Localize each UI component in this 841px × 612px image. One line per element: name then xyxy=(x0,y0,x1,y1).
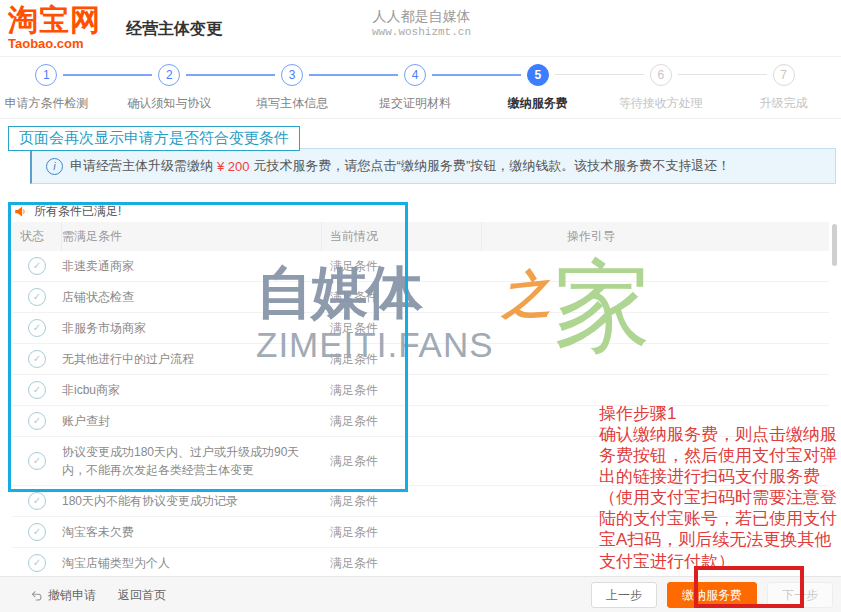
col-header-condition: 需满足条件 xyxy=(62,222,322,251)
table-row: ✓ 店铺状态检查 满足条件 xyxy=(12,282,829,313)
notice-suffix: 元技术服务费，请您点击“缴纳服务费”按钮，缴纳钱款。该技术服务费不支持退还！ xyxy=(254,157,731,175)
step-label: 等待接收方处理 xyxy=(599,95,722,112)
status-cell: 满足条件 xyxy=(322,382,482,399)
col-header-current: 当前情况 xyxy=(322,222,482,251)
check-circle-icon: ✓ xyxy=(28,492,46,510)
step-label: 升级完成 xyxy=(722,95,841,112)
header: 淘宝网 Taobao.com 经营主体变更 人人都是自媒体 www.woshiz… xyxy=(0,0,841,57)
conditions-summary-text: 所有条件已满足! xyxy=(34,203,121,220)
condition-cell: 非服务市场商家 xyxy=(62,319,322,337)
divider xyxy=(0,118,841,119)
step-2: 2 确认须知与协议 xyxy=(108,64,231,112)
step-4: 4 提交证明材料 xyxy=(354,64,477,112)
check-circle-icon: ✓ xyxy=(28,288,46,306)
table-row: ✓ 非icbu商家 满足条件 xyxy=(12,375,829,406)
undo-arrow-icon xyxy=(30,589,43,602)
megaphone-icon xyxy=(14,205,27,218)
back-home-link[interactable]: 返回首页 xyxy=(118,587,166,604)
condition-cell: 无其他进行中的过户流程 xyxy=(62,350,322,368)
prev-step-button[interactable]: 上一步 xyxy=(591,582,657,608)
table-header-row: 状态 需满足条件 当前情况 操作引导 xyxy=(12,222,829,251)
tutorial-callout: 页面会再次显示申请方是否符合变更条件 xyxy=(8,126,300,151)
notice-prefix: 申请经营主体升级需缴纳 xyxy=(70,157,213,175)
check-circle-icon: ✓ xyxy=(28,452,46,470)
status-cell: 满足条件 xyxy=(322,453,482,470)
status-cell: 满足条件 xyxy=(322,289,482,306)
step-number: 4 xyxy=(404,64,426,86)
condition-cell: 账户查封 xyxy=(62,412,322,430)
step-number: 6 xyxy=(650,64,672,86)
status-cell: 满足条件 xyxy=(322,258,482,275)
tutorial-step-annotation: 操作步骤1 确认缴纳服务费，则点击缴纳服务费按钮，然后使用支付宝对弹出的链接进行… xyxy=(599,403,841,572)
condition-cell: 180天内不能有协议变更成功记录 xyxy=(62,492,322,510)
check-circle-icon: ✓ xyxy=(28,381,46,399)
check-circle-icon: ✓ xyxy=(28,554,46,572)
scrollbar-thumb[interactable] xyxy=(832,224,837,266)
pay-service-fee-button[interactable]: 缴纳服务费 xyxy=(667,582,757,608)
next-step-button[interactable]: 下一步 xyxy=(767,582,833,608)
status-cell: 满足条件 xyxy=(322,413,482,430)
step-1: 1 申请方条件检测 xyxy=(0,64,108,112)
taobao-logo-cn: 淘宝网 xyxy=(8,5,101,35)
footer-bar: 撤销申请 返回首页 上一步 缴纳服务费 下一步 xyxy=(0,576,841,612)
page-title: 经营主体变更 xyxy=(126,19,222,40)
withdraw-application-link[interactable]: 撤销申请 xyxy=(30,587,96,604)
status-cell: 满足条件 xyxy=(322,555,482,572)
step-label: 缴纳服务费 xyxy=(476,95,599,112)
status-cell: 满足条件 xyxy=(322,320,482,337)
col-header-guide: 操作引导 xyxy=(482,222,829,251)
status-cell: 满足条件 xyxy=(322,493,482,510)
condition-cell: 淘宝客未欠费 xyxy=(62,523,322,541)
step-number: 7 xyxy=(773,64,795,86)
fee-notice-banner: i 申请经营主体升级需缴纳 ¥ 200 元技术服务费，请您点击“缴纳服务费”按钮… xyxy=(30,148,836,184)
check-circle-icon: ✓ xyxy=(28,350,46,368)
condition-cell: 店铺状态检查 xyxy=(62,288,322,306)
table-row: ✓ 非速卖通商家 满足条件 xyxy=(12,251,829,282)
step-6: 6 等待接收方处理 xyxy=(599,64,722,112)
check-circle-icon: ✓ xyxy=(28,319,46,337)
info-icon: i xyxy=(46,158,63,175)
step-number: 3 xyxy=(281,64,303,86)
condition-cell: 淘宝店铺类型为个人 xyxy=(62,554,322,572)
table-row: ✓ 无其他进行中的过户流程 满足条件 xyxy=(12,344,829,375)
slogan-url: www.woshizmt.cn xyxy=(372,26,471,38)
conditions-summary: 所有条件已满足! xyxy=(12,200,829,222)
check-circle-icon: ✓ xyxy=(28,412,46,430)
step-number: 2 xyxy=(158,64,180,86)
step-7: 7 升级完成 xyxy=(722,64,841,112)
check-circle-icon: ✓ xyxy=(28,257,46,275)
col-header-status: 状态 xyxy=(12,222,62,251)
condition-cell: 非icbu商家 xyxy=(62,381,322,399)
withdraw-label: 撤销申请 xyxy=(48,587,96,604)
step-label: 提交证明材料 xyxy=(354,95,477,112)
condition-cell: 非速卖通商家 xyxy=(62,257,322,275)
back-home-label: 返回首页 xyxy=(118,587,166,604)
step-label: 确认须知与协议 xyxy=(108,95,231,112)
step-5: 5 缴纳服务费 xyxy=(476,64,599,112)
steps-bar: 1 申请方条件检测 2 确认须知与协议 3 填写主体信息 4 提交证明材料 5 … xyxy=(0,64,841,112)
step-number: 5 xyxy=(527,64,549,86)
site-watermark-header: 人人都是自媒体 www.woshizmt.cn xyxy=(372,8,471,38)
taobao-logo-en: Taobao.com xyxy=(8,37,101,50)
status-cell: 满足条件 xyxy=(322,351,482,368)
slogan-text: 人人都是自媒体 xyxy=(372,8,471,26)
check-circle-icon: ✓ xyxy=(28,523,46,541)
status-cell: 满足条件 xyxy=(322,524,482,541)
table-row: ✓ 非服务市场商家 满足条件 xyxy=(12,313,829,344)
taobao-logo[interactable]: 淘宝网 Taobao.com xyxy=(8,5,101,50)
step-label: 申请方条件检测 xyxy=(0,95,108,112)
step-number: 1 xyxy=(35,64,57,86)
notice-amount: ¥ 200 xyxy=(217,159,250,174)
condition-cell: 协议变更成功180天内、过户或升级成功90天内，不能再次发起各类经营主体变更 xyxy=(62,443,322,479)
step-3: 3 填写主体信息 xyxy=(231,64,354,112)
step-label: 填写主体信息 xyxy=(231,95,354,112)
